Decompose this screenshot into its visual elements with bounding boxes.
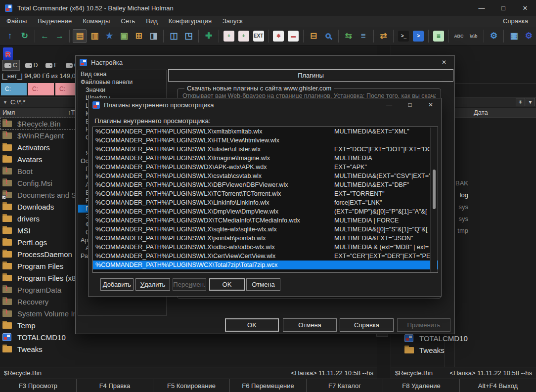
menu-item-2[interactable]: Выделение: [32, 16, 77, 27]
fkey-button-f8[interactable]: F8 Удаление: [383, 379, 459, 392]
fkey-button-f4[interactable]: F4 Правка: [76, 379, 153, 392]
plugins-maximize-button[interactable]: □: [400, 98, 420, 111]
minimize-button[interactable]: —: [471, 0, 492, 16]
tree-view-icon[interactable]: ⊞: [132, 29, 146, 43]
plugin-list-row[interactable]: %COMMANDER_PATH%\PLUGINS\WLX\sqlite-wlx\…: [93, 225, 438, 234]
plugin-list-row[interactable]: %COMMANDER_PATH%\PLUGINS\WLX\DBFViewer\D…: [93, 180, 438, 189]
settings-tree-item[interactable]: Файловые панели: [78, 78, 166, 86]
close-button[interactable]: ✕: [514, 0, 536, 16]
ext-plugin-icon[interactable]: EXT: [252, 29, 266, 43]
favorites-star-icon[interactable]: ★: [102, 29, 116, 43]
search-icon[interactable]: [321, 29, 335, 43]
folder-tab-2[interactable]: C:: [28, 83, 54, 95]
file-row[interactable]: Tweaks: [391, 344, 536, 356]
plugin-list-row[interactable]: %COMMANDER_PATH%\PLUGINS\WLX\xmltab\xmlt…: [93, 127, 438, 136]
settings-gear-icon[interactable]: ⚙: [487, 29, 501, 43]
fkey-button-f7[interactable]: F7 Каталог: [306, 379, 383, 392]
scrollbar-thumb[interactable]: [433, 170, 436, 209]
plugin-list-row[interactable]: %COMMANDER_PATH%\PLUGINS\WLX\DmpView\Dmp…: [93, 207, 438, 216]
hotlist-star-button[interactable]: ✳: [516, 98, 525, 106]
plugins-cancel-button[interactable]: Отмена: [246, 278, 280, 291]
compare-icon[interactable]: ⇆: [342, 29, 356, 43]
drive-button-d[interactable]: D: [23, 60, 41, 71]
cmd-icon[interactable]: >_: [397, 29, 410, 43]
multi-rename-icon[interactable]: ≡: [357, 29, 370, 43]
column-header-date[interactable]: Дата: [474, 109, 488, 116]
fkey-button-f6[interactable]: F6 Перемещение: [229, 379, 306, 392]
add-plugin-icon[interactable]: ✚: [202, 29, 216, 43]
new-file-icon[interactable]: +: [222, 29, 236, 43]
folder-icon: !: [2, 167, 13, 175]
display-settings-icon[interactable]: ▦: [507, 29, 521, 43]
app-icon: [5, 4, 12, 12]
refresh-icon[interactable]: ↻: [18, 29, 32, 43]
plugin-list-row[interactable]: %COMMANDER_PATH%\PLUGINS\WDX\TCMediaInfo…: [93, 216, 438, 225]
branch-view-icon[interactable]: ⊟: [307, 29, 320, 43]
plugins-rename-button[interactable]: Переимен.: [173, 278, 206, 291]
plugin-list-row[interactable]: %COMMANDER_PATH%\PLUGINS\WLX\LinkInfo\Li…: [93, 198, 438, 207]
menu-item-4[interactable]: Сеть: [115, 16, 140, 27]
split-file-icon[interactable]: ✱: [272, 29, 286, 43]
pack-files-icon[interactable]: +: [237, 29, 251, 43]
plugins-add-button[interactable]: Добавить: [100, 278, 134, 291]
folder-tab-1[interactable]: C:: [1, 83, 27, 95]
plugin-list-row[interactable]: %COMMANDER_PATH%\PLUGINS\WDX\APK-wdx\APK…: [93, 163, 438, 172]
plugins-ok-button[interactable]: OK: [209, 278, 245, 291]
maximize-button[interactable]: □: [492, 0, 514, 16]
folder-icon: [2, 238, 13, 246]
up-dir-icon[interactable]: ↑: [3, 29, 17, 43]
history-dropdown-button[interactable]: ▼: [526, 98, 535, 106]
plugins-minimize-button[interactable]: —: [379, 98, 400, 111]
services-gear-icon[interactable]: ⚙: [522, 29, 536, 43]
plugins-close-button[interactable]: ✕: [420, 98, 441, 111]
settings-tree-item[interactable]: Вид окна: [78, 70, 166, 78]
powershell-icon[interactable]: >: [411, 29, 425, 43]
file-row[interactable]: Tweaks: [0, 343, 377, 355]
column-header-name[interactable]: Имя: [2, 109, 15, 116]
menu-item-1[interactable]: Файлы: [1, 16, 32, 27]
quick-view-icon[interactable]: ◨: [147, 29, 161, 43]
plugin-list-row[interactable]: %COMMANDER_PATH%\PLUGINS\WLX\Imagine\Ima…: [93, 154, 438, 163]
forward-icon[interactable]: →: [53, 29, 67, 43]
r-toolbar-icon[interactable]: R: [3, 47, 13, 60]
drive-button-f[interactable]: F: [43, 60, 60, 71]
plugin-list-row[interactable]: %COMMANDER_PATH%\PLUGINS\WLX\CertView\Ce…: [93, 252, 438, 261]
plugin-list-row[interactable]: %COMMANDER_PATH%\PLUGINS\WLX\odbc-wlx\od…: [93, 243, 438, 252]
settings-help-button[interactable]: Справка: [340, 318, 394, 332]
sync-dirs-icon[interactable]: ⇄: [377, 29, 391, 43]
menu-item-7[interactable]: Запуск: [217, 16, 248, 27]
vertical-panels-icon[interactable]: ◫: [167, 29, 180, 43]
path-caret-icon[interactable]: ▼: [3, 100, 7, 105]
settings-apply-button[interactable]: Применить: [397, 318, 450, 332]
plugin-list-row[interactable]: %COMMANDER_PATH%\PLUGINS\WLX\csvtab\csvt…: [93, 172, 438, 180]
plugin-list-row[interactable]: %COMMANDER_PATH%\PLUGINS\WLX\TCTorrent\T…: [93, 189, 438, 198]
fkey-button-f9[interactable]: Alt+F4 Выход: [459, 379, 536, 392]
settings-cancel-button[interactable]: Отмена: [283, 318, 337, 332]
settings-tree-item[interactable]: Значки: [78, 86, 166, 94]
drive-button-c[interactable]: C: [2, 60, 20, 71]
thumbnails-icon[interactable]: ▣: [117, 29, 131, 43]
plugin-list-row[interactable]: %COMMANDER_PATH%\PLUGINS\WLX\HTMLView\ht…: [93, 136, 438, 145]
plugin-list-row[interactable]: %COMMANDER_PATH%\PLUGINS\WCX\Total7zip\T…: [93, 261, 438, 269]
plugin-list-row[interactable]: %COMMANDER_PATH%\PLUGINS\WLX\ulister\uLi…: [93, 145, 438, 154]
menu-item-5[interactable]: Вид: [140, 16, 163, 27]
menu-item-help[interactable]: Справка: [497, 16, 536, 27]
plugin-list-row[interactable]: %COMMANDER_PATH%\PLUGINS\WLX\jsontab\jso…: [93, 234, 438, 243]
menu-item-3[interactable]: Команды: [77, 16, 115, 27]
notepad-icon[interactable]: ≣: [432, 29, 446, 43]
menu-item-6[interactable]: Конфигурация: [163, 16, 217, 27]
folder-icon: [2, 215, 13, 222]
scrollbar[interactable]: [430, 128, 437, 272]
details-view-icon[interactable]: ▥: [88, 29, 101, 43]
settings-ok-button[interactable]: OK: [225, 318, 279, 332]
fkey-button-f3[interactable]: F3 Просмотр: [0, 379, 76, 392]
brief-view-icon[interactable]: ▤: [73, 29, 87, 43]
fkey-button-f5[interactable]: F5 Копирование: [153, 379, 229, 392]
clipboard-abc-icon[interactable]: ABC: [452, 29, 466, 43]
clipboard-ab-icon[interactable]: \a\b: [467, 29, 481, 43]
combine-file-icon[interactable]: ▬: [286, 29, 300, 43]
expand-panel-icon[interactable]: ◳: [181, 29, 195, 43]
back-icon[interactable]: ←: [38, 29, 52, 43]
plugins-delete-button[interactable]: Удалить: [135, 278, 170, 291]
settings-close-button[interactable]: ✕: [434, 56, 454, 69]
